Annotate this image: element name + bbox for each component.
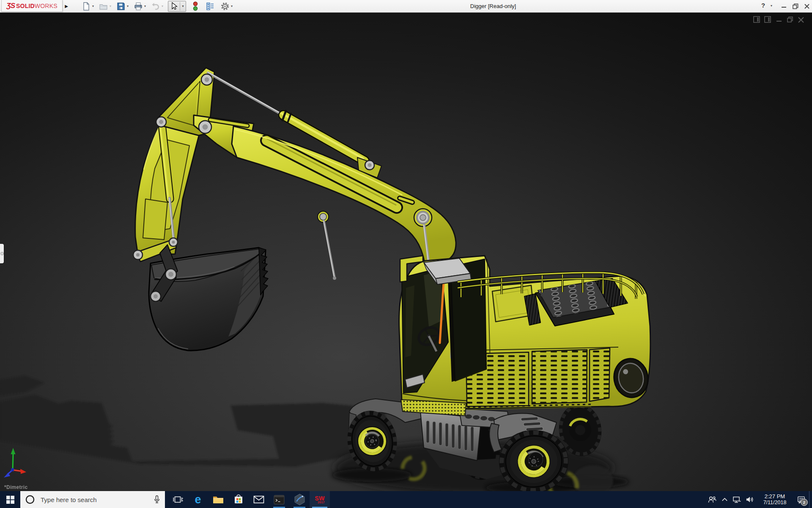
clock-time: 2:27 PM xyxy=(757,494,793,500)
action-center-button[interactable]: 2 xyxy=(793,491,809,508)
network-button[interactable] xyxy=(730,496,743,503)
y-axis xyxy=(11,448,16,470)
brand-works: WORKS xyxy=(35,3,58,9)
dropdown-icon[interactable]: ▾ xyxy=(92,4,94,8)
dropdown-icon[interactable]: ▾ xyxy=(144,4,146,8)
save-button[interactable]: ▾ xyxy=(116,1,129,11)
store-icon xyxy=(233,494,244,505)
orientation-label: *Dimetric xyxy=(4,484,27,490)
start-button[interactable] xyxy=(0,491,20,508)
search-placeholder: Type here to search xyxy=(41,496,153,503)
dropdown-icon: ▾ xyxy=(110,4,111,8)
windows-logo-icon xyxy=(6,496,14,504)
console-icon xyxy=(274,495,285,505)
dropdown-icon: ▾ xyxy=(162,4,163,8)
model-canvas[interactable] xyxy=(0,13,812,491)
chevron-up-icon xyxy=(721,497,728,502)
task-view-icon xyxy=(172,495,183,504)
close-doc-icon[interactable] xyxy=(798,17,804,22)
featuremanager-flyout-tab[interactable] xyxy=(0,244,4,263)
open-button[interactable]: ▾ xyxy=(99,1,111,11)
windows-taskbar: Type here to search e xyxy=(0,491,812,508)
open-icon xyxy=(99,1,109,11)
store-button[interactable] xyxy=(228,491,249,508)
design-checker-button[interactable] xyxy=(205,1,215,11)
checklist-icon xyxy=(205,1,215,11)
mail-icon xyxy=(253,495,264,504)
close-button[interactable] xyxy=(802,2,812,11)
speaker-icon xyxy=(746,496,754,503)
stoplight-icon xyxy=(190,1,200,11)
titlebar: ƷS SOLID WORKS ▶ ▾ ▾ ▾ ▾ xyxy=(0,0,812,13)
new-document-icon xyxy=(81,1,91,11)
pane-icon[interactable] xyxy=(754,17,760,22)
network-icon xyxy=(732,496,741,503)
people-icon xyxy=(708,496,716,503)
print-button[interactable]: ▾ xyxy=(133,1,146,11)
print-icon xyxy=(133,1,143,11)
dropdown-icon[interactable]: ▾ xyxy=(127,4,129,8)
select-tool-button[interactable]: ▾ xyxy=(168,1,186,12)
clock-date: 7/11/2018 xyxy=(757,500,793,505)
options-button[interactable]: ▾ xyxy=(220,1,233,11)
dropdown-icon[interactable]: ▾ xyxy=(231,4,233,8)
pane-icon[interactable] xyxy=(765,17,771,22)
restore-button[interactable] xyxy=(791,2,800,11)
gear-icon xyxy=(220,1,230,11)
document-window-controls xyxy=(753,15,809,26)
search-input[interactable]: Type here to search xyxy=(20,491,165,508)
undo-icon xyxy=(151,1,161,11)
folder-icon xyxy=(213,495,224,504)
z-axis xyxy=(4,470,13,478)
solidworks-glyph-icon: ƷS xyxy=(6,2,15,10)
volume-button[interactable] xyxy=(743,496,757,503)
restore-doc-icon[interactable] xyxy=(787,17,793,22)
window-title: Digger [Read-only] xyxy=(470,3,516,9)
microphone-icon[interactable] xyxy=(153,494,161,505)
interference-button[interactable] xyxy=(190,1,200,11)
hexagon-badge-icon xyxy=(294,494,305,505)
command-prompt-button[interactable] xyxy=(269,491,289,508)
edge-button[interactable]: e xyxy=(188,491,208,508)
cortana-icon xyxy=(25,494,35,505)
solidworks-taskbar-button[interactable]: SW 2017 xyxy=(310,491,330,508)
save-icon xyxy=(116,1,126,11)
system-tray: 2:27 PM 7/11/2018 2 xyxy=(706,491,812,508)
standard-toolbar: ▾ ▾ ▾ ▾ ▾ xyxy=(81,1,237,11)
graphics-viewport: *Dimetric xyxy=(0,13,812,491)
edge-icon: e xyxy=(195,494,201,505)
file-explorer-button[interactable] xyxy=(208,491,228,508)
brand-solid: SOLID xyxy=(16,3,35,9)
people-button[interactable] xyxy=(706,496,719,503)
new-document-button[interactable]: ▾ xyxy=(81,1,94,11)
minimize-button[interactable] xyxy=(779,2,789,11)
menu-flyout-arrow-icon[interactable]: ▶ xyxy=(63,2,69,10)
select-cursor-icon xyxy=(168,1,180,11)
orientation-triad xyxy=(2,444,36,483)
dropdown-icon[interactable]: ▾ xyxy=(771,4,772,8)
solidworks-logo[interactable]: ƷS SOLID WORKS xyxy=(1,0,63,12)
x-axis xyxy=(13,469,26,474)
undo-button: ▾ xyxy=(151,1,163,11)
show-desktop-button[interactable] xyxy=(809,491,812,508)
hidden-icons-button[interactable] xyxy=(719,497,730,502)
screen: { "titlebar": { "brand": {"glyph": "ƷS",… xyxy=(0,0,812,508)
dropdown-icon[interactable]: ▾ xyxy=(180,4,186,8)
solidworks-2017-icon: SW 2017 xyxy=(315,495,325,504)
clock[interactable]: 2:27 PM 7/11/2018 xyxy=(757,494,793,505)
mail-button[interactable] xyxy=(249,491,269,508)
task-view-button[interactable] xyxy=(167,491,188,508)
hexagon-app-button[interactable] xyxy=(289,491,310,508)
notification-badge: 2 xyxy=(801,499,808,506)
help-button[interactable]: ? xyxy=(761,2,765,9)
